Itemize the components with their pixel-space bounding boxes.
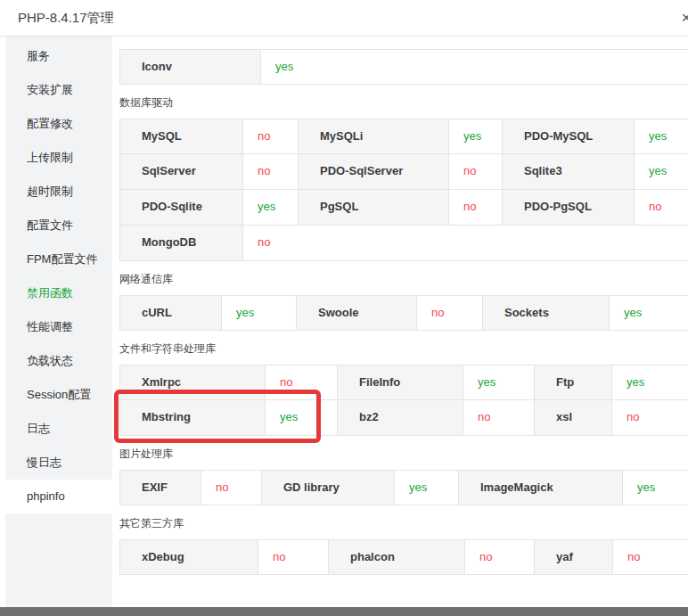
ext-value-MySQL: no	[243, 119, 299, 154]
ext-value-Ftp: yes	[612, 365, 688, 400]
ext-value-EXIF: no	[201, 470, 262, 505]
ext-value-PDO-Sqlite: yes	[243, 190, 299, 226]
ext-name-xDebug: xDebug	[119, 539, 258, 575]
ext-name-Iconv: Iconv	[119, 49, 261, 85]
sidebar-item-服务[interactable]: 服务	[5, 39, 112, 73]
sidebar-item-phpinfo[interactable]: phpinfo	[5, 480, 112, 513]
ext-name-Sockets: Sockets	[483, 295, 610, 331]
table-row: EXIFnoGD libraryyesImageMagickyes	[119, 470, 688, 505]
table-row: MySQLnoMySQLiyesPDO-MySQLyes	[119, 119, 688, 154]
ext-value-xsl: no	[612, 400, 688, 436]
ext-value-MySQLi: yes	[449, 119, 503, 154]
sidebar-item-上传限制[interactable]: 上传限制	[5, 141, 112, 175]
ext-name-EXIF: EXIF	[119, 470, 201, 505]
sidebar-item-性能调整[interactable]: 性能调整	[5, 310, 112, 344]
ext-name-Swoole: Swoole	[297, 295, 417, 331]
ext-value-Swoole: no	[417, 295, 483, 331]
ext-value-cURL: yes	[222, 295, 297, 331]
ext-value-Sqlite3: yes	[635, 154, 688, 190]
section-label-数据库驱动: 数据库驱动	[119, 95, 688, 111]
ext-value-PDO-PgSQL: no	[635, 190, 688, 226]
main-content: Iconvyes数据库驱动MySQLnoMySQLiyesPDO-MySQLye…	[112, 37, 688, 616]
close-icon[interactable]: ×	[676, 8, 688, 28]
section-label-网络通信库: 网络通信库	[119, 272, 688, 287]
section-label-图片处理库: 图片处理库	[119, 447, 688, 462]
ext-name-GD library: GD library	[262, 470, 395, 505]
ext-name-PDO-MySQL: PDO-MySQL	[503, 119, 635, 154]
ext-value-FileInfo: yes	[463, 365, 535, 400]
ext-name-PgSQL: PgSQL	[299, 190, 449, 226]
section-label-文件和字符串处理库: 文件和字符串处理库	[119, 341, 688, 357]
table-row: SqlServernoPDO-SqlServernoSqlite3yes	[119, 154, 688, 190]
ext-value-PDO-MySQL: yes	[635, 119, 688, 154]
ext-value-Mbstring: yes	[266, 400, 338, 436]
ext-value-MongoDB: no	[243, 226, 688, 261]
ext-name-MySQL: MySQL	[119, 119, 243, 154]
extension-table: XmlrpcnoFileInfoyesFtpyesMbstringyesbz2n…	[119, 365, 688, 436]
ext-value-SqlServer: no	[243, 154, 299, 190]
table-row: MongoDBno	[119, 226, 688, 261]
table-row: PDO-SqliteyesPgSQLnoPDO-PgSQLno	[119, 190, 688, 226]
ext-name-Sqlite3: Sqlite3	[503, 154, 635, 190]
ext-name-phalcon: phalcon	[329, 539, 465, 575]
ext-name-PDO-PgSQL: PDO-PgSQL	[503, 190, 635, 226]
ext-value-PDO-SqlServer: no	[449, 154, 503, 190]
ext-value-Sockets: yes	[610, 295, 688, 331]
ext-name-Xmlrpc: Xmlrpc	[119, 365, 266, 400]
sidebar: 服务安装扩展配置修改上传限制超时限制配置文件FPM配置文件禁用函数性能调整负载状…	[5, 37, 112, 616]
ext-value-bz2: no	[463, 400, 535, 436]
ext-name-Mbstring: Mbstring	[119, 400, 266, 436]
sidebar-item-慢日志[interactable]: 慢日志	[5, 446, 112, 480]
sidebar-item-禁用函数[interactable]: 禁用函数	[5, 276, 112, 310]
table-row: cURLyesSwoolenoSocketsyes	[119, 295, 688, 331]
sidebar-item-配置修改[interactable]: 配置修改	[5, 107, 112, 141]
section-label-其它第三方库: 其它第三方库	[119, 516, 688, 531]
ext-value-PgSQL: no	[449, 190, 503, 226]
extension-table: Iconvyes	[119, 49, 688, 85]
extension-table: xDebugnophalconnoyafno	[119, 539, 688, 575]
sidebar-item-日志[interactable]: 日志	[5, 412, 112, 446]
ext-name-bz2: bz2	[338, 400, 463, 436]
ext-name-Ftp: Ftp	[535, 365, 612, 400]
window-title: PHP-8.4.17管理	[18, 0, 114, 36]
sidebar-item-FPM配置文件[interactable]: FPM配置文件	[5, 242, 112, 276]
ext-name-MySQLi: MySQLi	[299, 119, 449, 154]
ext-name-SqlServer: SqlServer	[119, 154, 243, 190]
ext-name-ImageMagick: ImageMagick	[459, 470, 623, 505]
ext-value-xDebug: no	[258, 539, 329, 575]
sidebar-item-配置文件[interactable]: 配置文件	[5, 209, 112, 242]
ext-name-FileInfo: FileInfo	[338, 365, 463, 400]
table-row: XmlrpcnoFileInfoyesFtpyes	[119, 365, 688, 400]
ext-value-Xmlrpc: no	[266, 365, 338, 400]
extension-table: cURLyesSwoolenoSocketsyes	[119, 295, 688, 331]
extension-table: EXIFnoGD libraryyesImageMagickyes	[119, 470, 688, 505]
ext-name-xsl: xsl	[535, 400, 612, 436]
ext-value-Iconv: yes	[261, 49, 688, 85]
ext-value-phalcon: no	[465, 539, 535, 575]
table-row: Mbstringyesbz2noxslno	[119, 400, 688, 436]
ext-name-PDO-SqlServer: PDO-SqlServer	[299, 154, 449, 190]
sidebar-item-安装扩展[interactable]: 安装扩展	[5, 73, 112, 107]
extension-table: MySQLnoMySQLiyesPDO-MySQLyesSqlServernoP…	[119, 119, 688, 261]
ext-name-MongoDB: MongoDB	[119, 226, 243, 261]
titlebar: PHP-8.4.17管理 ×	[0, 0, 688, 37]
table-row: Iconvyes	[119, 49, 688, 85]
ext-name-yaf: yaf	[535, 539, 613, 575]
sidebar-item-超时限制[interactable]: 超时限制	[5, 175, 112, 209]
horizontal-scrollbar[interactable]	[0, 607, 688, 616]
table-row: xDebugnophalconnoyafno	[119, 539, 688, 575]
ext-value-yaf: no	[613, 539, 688, 575]
sidebar-item-Session配置[interactable]: Session配置	[5, 378, 112, 412]
sidebar-item-负载状态[interactable]: 负载状态	[5, 344, 112, 378]
ext-value-GD library: yes	[395, 470, 459, 505]
ext-name-cURL: cURL	[119, 295, 222, 331]
ext-name-PDO-Sqlite: PDO-Sqlite	[119, 190, 243, 226]
php-manager-window: PHP-8.4.17管理 × 服务安装扩展配置修改上传限制超时限制配置文件FPM…	[0, 0, 688, 616]
ext-value-ImageMagick: yes	[623, 470, 688, 505]
